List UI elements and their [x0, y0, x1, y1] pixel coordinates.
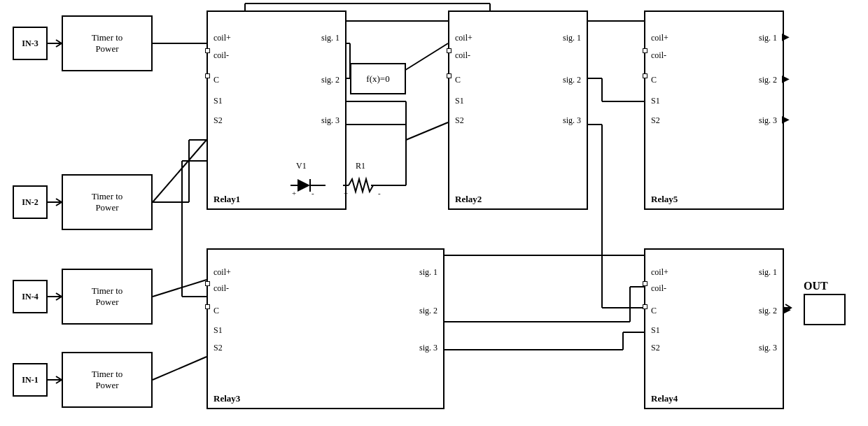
r3-coilminus: coil-	[214, 283, 229, 294]
svg-text:+: +	[292, 189, 296, 197]
r5-sig3-arrow: ▶	[782, 113, 790, 125]
r2-C: C	[455, 75, 461, 85]
svg-line-5	[153, 280, 206, 297]
in3-label: IN-3	[22, 38, 38, 49]
in2-label: IN-2	[22, 197, 38, 208]
diode-v1: + - V1	[290, 173, 326, 201]
r5-sig3: sig. 3	[759, 115, 777, 126]
resistor-svg: + -	[343, 173, 388, 198]
svg-line-15	[406, 122, 448, 140]
r3-S2: S2	[214, 343, 223, 353]
r4-coilminus: coil-	[651, 283, 666, 294]
in4-label: IN-4	[22, 292, 38, 302]
r3-label: Relay3	[214, 393, 240, 404]
svg-text:-: -	[378, 189, 381, 197]
r4-coilplus: coil+	[651, 267, 668, 278]
r5-label: Relay5	[651, 194, 678, 205]
r3-sig1: sig. 1	[419, 267, 438, 278]
diode-svg: + -	[290, 173, 326, 198]
output-block	[804, 294, 846, 325]
r5-sig2: sig. 2	[759, 75, 777, 85]
r1-S2: S2	[214, 115, 223, 126]
r3-C: C	[214, 306, 219, 316]
timer2-label: Timer toPower	[92, 191, 123, 213]
v1-label: V1	[296, 161, 307, 171]
r4-sig1: sig. 1	[759, 267, 777, 278]
timer4-label: Timer toPower	[92, 369, 123, 391]
relay2-block: coil+ coil- C S1 S2 sig. 1 sig. 2 sig. 3…	[448, 10, 588, 210]
timer-block-4: Timer toPower	[62, 352, 153, 408]
r4-sig2-arrow: ▶	[783, 304, 791, 315]
circuit-diagram: IN-3 Timer toPower IN-2 Timer toPower IN…	[0, 0, 868, 426]
r5-coilplus: coil+	[651, 33, 668, 43]
r3-coilplus: coil+	[214, 267, 231, 278]
r3-sig3: sig. 3	[419, 343, 438, 353]
r1-coilplus: coil+	[214, 33, 231, 43]
r3-S1: S1	[214, 325, 223, 336]
r1-component-label: R1	[356, 161, 365, 171]
r2-sig3: sig. 3	[563, 115, 581, 126]
timer-block-3: Timer toPower	[62, 269, 153, 325]
relay1-block: coil+ coil- C S1 S2 sig. 1 sig. 2 sig. 3…	[206, 10, 346, 210]
r5-S2: S2	[651, 115, 660, 126]
r5-coilminus: coil-	[651, 50, 666, 61]
svg-line-3	[153, 140, 206, 202]
function-block: f(x)=0	[350, 63, 406, 94]
r5-sig2-arrow: ▶	[782, 73, 790, 85]
svg-marker-51	[298, 179, 310, 192]
relay3-block: coil+ coil- C S1 S2 sig. 1 sig. 2 sig. 3…	[206, 248, 444, 409]
r2-sig2: sig. 2	[563, 75, 581, 85]
relay5-block: coil+ coil- C S1 S2 sig. 1 sig. 2 sig. 3…	[644, 10, 784, 210]
r1-C: C	[214, 75, 219, 85]
r5-S1: S1	[651, 96, 660, 106]
r3-sig2: sig. 2	[419, 306, 438, 316]
svg-text:-: -	[312, 189, 314, 197]
r2-label: Relay2	[455, 194, 482, 205]
r5-sig1-arrow: ▶	[782, 31, 790, 43]
input-block-in4: IN-4	[13, 280, 48, 313]
input-block-in1: IN-1	[13, 363, 48, 397]
r1-label: Relay1	[214, 194, 240, 205]
r5-C: C	[651, 75, 657, 85]
in1-label: IN-1	[22, 375, 38, 385]
relay4-block: coil+ coil- C S1 S2 sig. 1 sig. 2 sig. 3…	[644, 248, 784, 409]
r2-coilminus: coil-	[455, 50, 470, 61]
timer3-label: Timer toPower	[92, 285, 123, 308]
r1-sig3: sig. 3	[321, 115, 340, 126]
r1-sig1: sig. 1	[321, 33, 340, 43]
input-block-in3: IN-3	[13, 27, 48, 60]
input-block-in2: IN-2	[13, 185, 48, 219]
r2-coilplus: coil+	[455, 33, 472, 43]
r5-sig1: sig. 1	[759, 33, 777, 43]
r4-S2: S2	[651, 343, 660, 353]
r4-label: Relay4	[651, 393, 678, 404]
timer-block-1: Timer toPower	[62, 15, 153, 71]
r2-sig1: sig. 1	[563, 33, 581, 43]
svg-line-7	[153, 357, 206, 380]
r4-sig2: sig. 2	[759, 306, 777, 316]
function-label: f(x)=0	[366, 73, 389, 85]
r4-sig3: sig. 3	[759, 343, 777, 353]
r2-S1: S1	[455, 96, 464, 106]
r1-sig2: sig. 2	[321, 75, 340, 85]
timer1-label: Timer toPower	[92, 32, 123, 55]
r1-coilminus: coil-	[214, 50, 229, 61]
r2-S2: S2	[455, 115, 464, 126]
r4-S1: S1	[651, 325, 660, 336]
timer-block-2: Timer toPower	[62, 174, 153, 230]
svg-text:+: +	[344, 189, 348, 197]
resistor-r1: + - R1	[343, 173, 388, 201]
out-label: OUT	[804, 280, 828, 292]
r4-C: C	[651, 306, 657, 316]
r1-S1: S1	[214, 96, 223, 106]
